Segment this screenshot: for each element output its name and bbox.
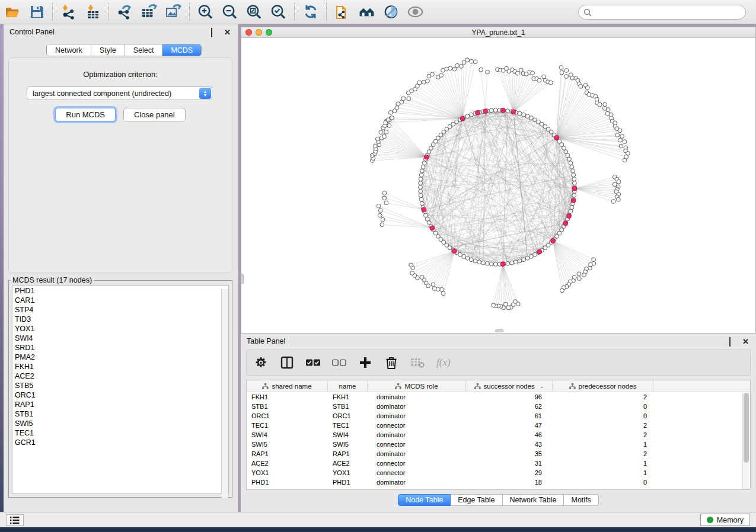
zoom-out-icon[interactable] (222, 4, 238, 20)
search-field[interactable] (578, 5, 746, 20)
cell-shared-name: YOX1 (247, 468, 328, 477)
mcds-result-item[interactable]: SRD1 (12, 343, 228, 352)
mcds-result-item[interactable]: TEC1 (12, 428, 228, 438)
dropdown-stepper-icon: ▲▼ (199, 88, 211, 99)
cell-shared-name: SWI4 (247, 430, 328, 440)
zoom-selected-icon[interactable] (270, 4, 286, 20)
column-header-shared-name[interactable]: shared name (247, 380, 328, 392)
show-selection-eye-icon[interactable] (407, 4, 423, 20)
save-session-icon[interactable] (28, 4, 44, 20)
cell-name: TEC1 (328, 421, 368, 430)
table-settings-gear-icon[interactable] (254, 355, 268, 370)
mcds-result-item[interactable]: SWI4 (12, 334, 228, 343)
table-scrollbar[interactable] (742, 393, 749, 489)
export-network-icon[interactable] (117, 4, 133, 20)
tab-node-table[interactable]: Node Table (398, 494, 451, 506)
search-input[interactable] (592, 8, 745, 17)
criterion-value: largest connected component (undirected) (33, 89, 171, 98)
table-row[interactable]: ACE2ACE2connector311 (247, 459, 750, 468)
cell-successor-nodes: 96 (466, 392, 553, 402)
tab-motifs[interactable]: Motifs (564, 494, 598, 506)
column-header-predecessor-nodes[interactable]: predecessor nodes (553, 380, 653, 392)
close-table-panel-button[interactable]: ✕ (742, 338, 750, 345)
cell-predecessor-nodes: 2 (553, 392, 653, 402)
hide-selection-icon[interactable] (383, 4, 399, 20)
close-panel-button-mcds[interactable]: Close panel (123, 108, 186, 121)
mcds-result-item[interactable]: PHD1 (12, 286, 228, 296)
export-table-icon[interactable] (141, 4, 157, 20)
cell-shared-name: STB1 (247, 402, 328, 411)
cell-shared-name: ACE2 (247, 459, 328, 468)
table-row[interactable]: TEC1TEC1connector472 (247, 421, 750, 430)
automation-panel-button[interactable] (6, 514, 24, 526)
mcds-result-item[interactable]: SWI5 (12, 419, 228, 428)
memory-button[interactable]: Memory (700, 514, 750, 526)
create-column-plus-icon[interactable] (358, 355, 372, 370)
tab-edge-table[interactable]: Edge Table (451, 494, 502, 506)
control-panel: Control Panel ✕ NetworkStyleSelectMCDS O… (4, 24, 238, 512)
cell-predecessor-nodes: 2 (553, 421, 653, 430)
select-all-rows-icon[interactable] (306, 355, 320, 370)
mcds-result-group: MCDS result (17 nodes) PHD1CAR1STP4TID3Y… (8, 276, 232, 498)
zoom-in-icon[interactable] (197, 4, 213, 20)
mcds-result-item[interactable]: CAR1 (12, 296, 228, 305)
criterion-dropdown[interactable]: largest connected component (undirected)… (27, 86, 212, 100)
table-row[interactable]: SWI4SWI4dominator462 (247, 430, 750, 440)
column-header-MCDS-role[interactable]: MCDS role (368, 380, 466, 392)
tab-style[interactable]: Style (91, 44, 125, 56)
table-row[interactable]: FKH1FKH1dominator962 (247, 392, 750, 402)
tab-mcds[interactable]: MCDS (162, 44, 201, 56)
import-network-icon[interactable] (60, 4, 76, 20)
cell-shared-name: TEC1 (247, 421, 328, 430)
show-column-panel-icon[interactable] (280, 355, 294, 370)
tab-network-table[interactable]: Network Table (503, 494, 564, 506)
mcds-result-item[interactable]: STB1 (12, 409, 228, 419)
tab-select[interactable]: Select (125, 44, 163, 56)
cell-successor-nodes: 61 (466, 411, 553, 421)
tab-network[interactable]: Network (47, 44, 91, 56)
mcds-result-item[interactable]: PMA2 (12, 352, 228, 362)
mcds-result-item[interactable]: FKH1 (12, 362, 228, 371)
column-header-successor-nodes[interactable]: successor nodes⌄ (466, 380, 553, 392)
function-builder-icon[interactable]: f(x) (436, 357, 451, 368)
mcds-result-item[interactable]: GCR1 (12, 438, 228, 447)
open-file-icon[interactable] (4, 4, 20, 20)
cell-shared-name: ORC1 (247, 411, 328, 421)
table-row[interactable]: YOX1YOX1connector291 (247, 468, 750, 477)
table-row[interactable]: PHD1PHD1dominator180 (247, 477, 750, 487)
import-table-icon[interactable] (85, 4, 101, 20)
column-header-name[interactable]: name (328, 380, 368, 392)
mcds-result-item[interactable]: TID3 (12, 315, 228, 324)
network-canvas[interactable] (241, 38, 755, 333)
new-network-from-selection-icon[interactable] (334, 4, 350, 20)
mcds-result-item[interactable]: STB5 (12, 381, 228, 390)
cell-MCDS-role: connector (368, 421, 466, 430)
table-row[interactable]: ORC1ORC1dominator610 (247, 411, 750, 421)
delete-table-icon[interactable] (410, 355, 425, 370)
network-window-titlebar[interactable]: YPA_prune.txt_1 (241, 27, 755, 38)
network-horizontal-scrollbar[interactable] (495, 329, 503, 332)
mcds-result-item[interactable]: ORC1 (12, 390, 228, 400)
mcds-result-item[interactable]: STP4 (12, 305, 228, 315)
table-row[interactable]: SWI5SWI5connector431 (247, 440, 750, 449)
table-row[interactable]: RAP1RAP1dominator352 (247, 449, 750, 459)
go-home-icon[interactable] (359, 4, 375, 20)
run-mcds-button[interactable]: Run MCDS (55, 108, 116, 121)
float-table-panel-button[interactable] (729, 338, 737, 345)
mcds-result-item[interactable]: YOX1 (12, 324, 228, 334)
mcds-list-scrollbar[interactable] (221, 289, 228, 498)
export-image-icon[interactable] (165, 4, 181, 20)
mcds-result-item[interactable]: RAP1 (12, 400, 228, 409)
mcds-result-list[interactable]: PHD1CAR1STP4TID3YOX1SWI4SRD1PMA2FKH1ACE2… (12, 286, 229, 494)
refresh-icon[interactable] (302, 4, 318, 20)
close-panel-button[interactable]: ✕ (224, 28, 232, 36)
delete-column-trash-icon[interactable] (384, 355, 398, 370)
float-panel-button[interactable] (211, 28, 219, 36)
network-vertical-scrollbar[interactable] (241, 274, 244, 284)
mcds-result-item[interactable]: ACE2 (12, 371, 228, 381)
zoom-fit-icon[interactable] (246, 4, 262, 20)
deselect-all-rows-icon[interactable] (332, 355, 346, 370)
table-row[interactable]: STB1STB1dominator620 (247, 402, 750, 411)
network-graph[interactable] (241, 38, 755, 333)
table-toolbar: f(x) (246, 350, 751, 376)
